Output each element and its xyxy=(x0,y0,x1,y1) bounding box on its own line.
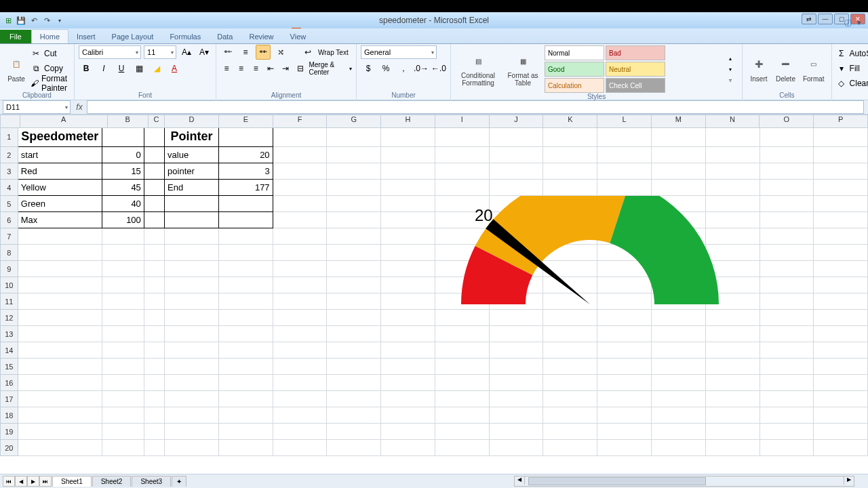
cell-C14[interactable] xyxy=(144,342,165,359)
cell-E17[interactable] xyxy=(219,391,273,407)
cell-D19[interactable] xyxy=(165,424,219,440)
tab-view[interactable]: View xyxy=(282,30,315,43)
cell-P2[interactable] xyxy=(814,147,868,163)
cell-P7[interactable] xyxy=(814,228,868,245)
cell-E9[interactable] xyxy=(219,261,273,277)
cell-styles-gallery[interactable]: NormalBadGoodNeutralCalculationCheck Cel… xyxy=(545,45,721,93)
row-header-3[interactable]: 3 xyxy=(0,163,18,180)
cell-E7[interactable] xyxy=(219,228,273,245)
cell-C4[interactable] xyxy=(144,180,165,196)
cell-L3[interactable] xyxy=(597,163,652,180)
cell-K3[interactable] xyxy=(543,163,597,180)
cell-K20[interactable] xyxy=(543,440,597,456)
cell-C1[interactable] xyxy=(144,127,165,147)
underline-button[interactable]: U xyxy=(114,61,129,76)
cell-P4[interactable] xyxy=(814,180,868,196)
row-header-9[interactable]: 9 xyxy=(0,261,18,277)
cell-B9[interactable] xyxy=(102,261,144,277)
cell-B14[interactable] xyxy=(102,342,144,359)
cell-A17[interactable] xyxy=(18,391,102,407)
cell-E16[interactable] xyxy=(219,375,273,391)
sheet-nav-next[interactable]: ▶ xyxy=(27,476,39,487)
cell-D11[interactable] xyxy=(165,293,219,310)
cell-G6[interactable] xyxy=(327,212,381,228)
cell-I17[interactable] xyxy=(435,391,490,407)
sheet-nav-first[interactable]: ⏮ xyxy=(3,476,15,487)
cell-K4[interactable] xyxy=(543,180,597,196)
speedometer-chart[interactable]: 20 xyxy=(434,196,732,386)
row-header-4[interactable]: 4 xyxy=(0,180,18,196)
cell-F17[interactable] xyxy=(273,391,328,407)
cell-C12[interactable] xyxy=(144,310,165,326)
col-header-D[interactable]: D xyxy=(165,115,219,128)
cell-P17[interactable] xyxy=(814,391,868,407)
cell-N17[interactable] xyxy=(706,391,760,407)
cell-O19[interactable] xyxy=(760,424,814,440)
format-cells-button[interactable]: ▭Format xyxy=(800,54,827,84)
wrap-text-button[interactable]: ↩ xyxy=(300,45,315,60)
cell-C19[interactable] xyxy=(144,424,165,440)
cell-L19[interactable] xyxy=(597,424,652,440)
cell-L18[interactable] xyxy=(597,407,652,424)
cell-M1[interactable] xyxy=(652,127,706,147)
cell-N4[interactable] xyxy=(706,180,760,196)
gallery-down-icon[interactable]: ▾ xyxy=(723,64,738,75)
col-header-H[interactable]: H xyxy=(381,115,435,128)
col-header-B[interactable]: B xyxy=(108,115,149,128)
undo-icon[interactable]: ↶ xyxy=(28,15,39,26)
col-header-F[interactable]: F xyxy=(273,115,328,128)
cell-G10[interactable] xyxy=(327,277,381,293)
cell-D20[interactable] xyxy=(165,440,219,456)
cell-P13[interactable] xyxy=(814,326,868,342)
format-as-table-button[interactable]: ▦Format as Table xyxy=(503,50,542,88)
cell-F6[interactable] xyxy=(273,212,328,228)
cell-B15[interactable] xyxy=(102,359,144,375)
align-right-button[interactable]: ≡ xyxy=(250,61,262,76)
cell-F12[interactable] xyxy=(273,310,328,326)
cell-O7[interactable] xyxy=(760,228,814,245)
redo-icon[interactable]: ↷ xyxy=(41,15,52,26)
cut-button[interactable]: ✂Cut xyxy=(31,47,70,60)
cell-H19[interactable] xyxy=(381,424,435,440)
tab-data[interactable]: Data xyxy=(209,30,241,43)
col-header-N[interactable]: N xyxy=(706,115,760,128)
row-header-14[interactable]: 14 xyxy=(0,342,18,359)
cell-C2[interactable] xyxy=(144,147,165,163)
orientation-button[interactable]: ⤭ xyxy=(273,45,288,60)
cell-M20[interactable] xyxy=(652,440,706,456)
row-header-12[interactable]: 12 xyxy=(0,310,18,326)
cell-M17[interactable] xyxy=(652,391,706,407)
cell-B8[interactable] xyxy=(102,245,144,261)
cell-D4[interactable]: End xyxy=(165,180,219,196)
cell-O17[interactable] xyxy=(760,391,814,407)
font-name-select[interactable]: Calibri xyxy=(79,45,141,59)
align-middle-button[interactable]: ≡ xyxy=(238,45,253,60)
font-size-select[interactable]: 11 xyxy=(144,45,176,59)
tab-file[interactable]: File xyxy=(0,30,31,43)
grow-font-button[interactable]: A▴ xyxy=(179,45,194,60)
cell-F7[interactable] xyxy=(273,228,328,245)
cell-I18[interactable] xyxy=(435,407,490,424)
font-color-button[interactable]: A xyxy=(167,61,182,76)
cell-H5[interactable] xyxy=(381,196,435,212)
cell-B13[interactable] xyxy=(102,326,144,342)
cell-H4[interactable] xyxy=(381,180,435,196)
row-header-10[interactable]: 10 xyxy=(0,277,18,293)
cell-F8[interactable] xyxy=(273,245,328,261)
cell-E19[interactable] xyxy=(219,424,273,440)
cell-I20[interactable] xyxy=(435,440,490,456)
cell-A7[interactable] xyxy=(18,228,102,245)
formula-bar[interactable] xyxy=(87,100,864,114)
cell-L1[interactable] xyxy=(597,127,652,147)
cell-G17[interactable] xyxy=(327,391,381,407)
cell-B7[interactable] xyxy=(102,228,144,245)
row-header-18[interactable]: 18 xyxy=(0,407,18,424)
cell-P19[interactable] xyxy=(814,424,868,440)
cell-M4[interactable] xyxy=(652,180,706,196)
cell-N20[interactable] xyxy=(706,440,760,456)
cell-H18[interactable] xyxy=(381,407,435,424)
row-header-13[interactable]: 13 xyxy=(0,326,18,342)
col-header-P[interactable]: P xyxy=(814,115,868,128)
cell-H14[interactable] xyxy=(381,342,435,359)
cell-H16[interactable] xyxy=(381,375,435,391)
